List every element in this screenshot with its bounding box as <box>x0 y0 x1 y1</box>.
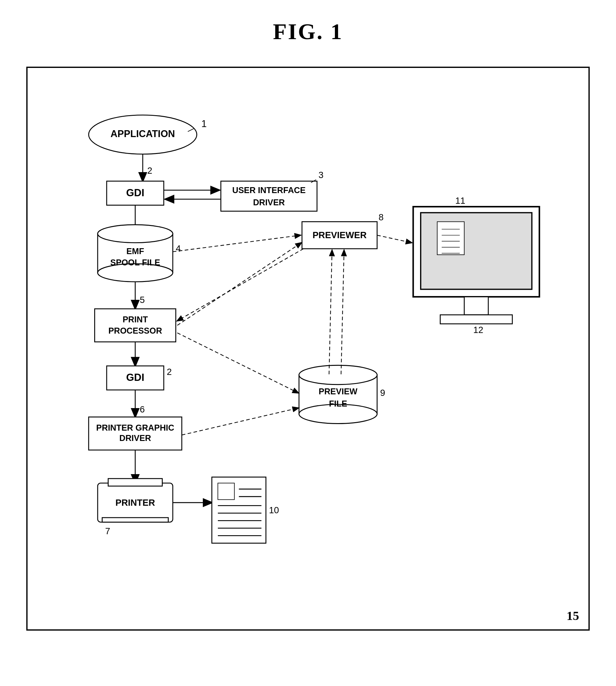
svg-text:EMF: EMF <box>127 247 144 256</box>
label-9: 9 <box>380 388 385 398</box>
label-2a: 2 <box>147 165 152 176</box>
svg-text:PRINTER GRAPHIC: PRINTER GRAPHIC <box>96 423 174 433</box>
svg-rect-20 <box>94 309 176 342</box>
svg-text:USER INTERFACE: USER INTERFACE <box>232 185 306 195</box>
label-8: 8 <box>379 212 384 222</box>
svg-line-62 <box>173 235 301 252</box>
diagram-svg: APPLICATION 1 2 GDI USER INTERFACE DRIVE… <box>52 87 564 603</box>
svg-text:GDI: GDI <box>126 187 144 198</box>
svg-line-64 <box>177 333 298 393</box>
label-1: 1 <box>201 118 206 129</box>
svg-text:SPOOL FILE: SPOOL FILE <box>110 258 160 267</box>
svg-rect-61 <box>440 315 512 324</box>
svg-rect-33 <box>102 517 168 522</box>
svg-text:PREVIEWER: PREVIEWER <box>312 230 367 240</box>
svg-text:APPLICATION: APPLICATION <box>110 128 175 139</box>
svg-text:PROCESSOR: PROCESSOR <box>108 326 162 335</box>
label-7: 7 <box>105 526 110 536</box>
svg-text:PRINTER: PRINTER <box>115 497 155 508</box>
svg-rect-37 <box>218 483 235 500</box>
label-6: 6 <box>139 404 145 414</box>
svg-line-68 <box>377 235 412 243</box>
label-2b: 2 <box>167 367 172 377</box>
svg-line-66 <box>329 250 332 374</box>
label-15: 15 <box>567 608 579 623</box>
svg-text:PRINT: PRINT <box>123 315 148 324</box>
svg-line-63 <box>177 243 301 326</box>
svg-text:FILE: FILE <box>329 399 347 408</box>
svg-point-14 <box>98 225 173 243</box>
label-3: 3 <box>318 170 324 180</box>
svg-line-65 <box>182 408 298 435</box>
svg-text:DRIVER: DRIVER <box>253 198 285 207</box>
svg-line-67 <box>341 250 344 374</box>
svg-point-48 <box>299 365 377 384</box>
svg-rect-60 <box>464 297 488 315</box>
diagram-container: APPLICATION 1 2 GDI USER INTERFACE DRIVE… <box>26 67 590 630</box>
label-4: 4 <box>176 243 181 253</box>
svg-rect-54 <box>437 222 464 255</box>
svg-line-69 <box>177 249 303 321</box>
label-11: 11 <box>455 196 465 206</box>
svg-rect-32 <box>108 479 162 486</box>
label-12: 12 <box>473 325 483 335</box>
label-10: 10 <box>269 505 279 515</box>
svg-text:PREVIEW: PREVIEW <box>318 387 358 396</box>
page-title: FIG. 1 <box>273 19 343 45</box>
label-5: 5 <box>139 295 145 305</box>
svg-text:DRIVER: DRIVER <box>119 434 151 443</box>
svg-text:GDI: GDI <box>126 372 144 383</box>
